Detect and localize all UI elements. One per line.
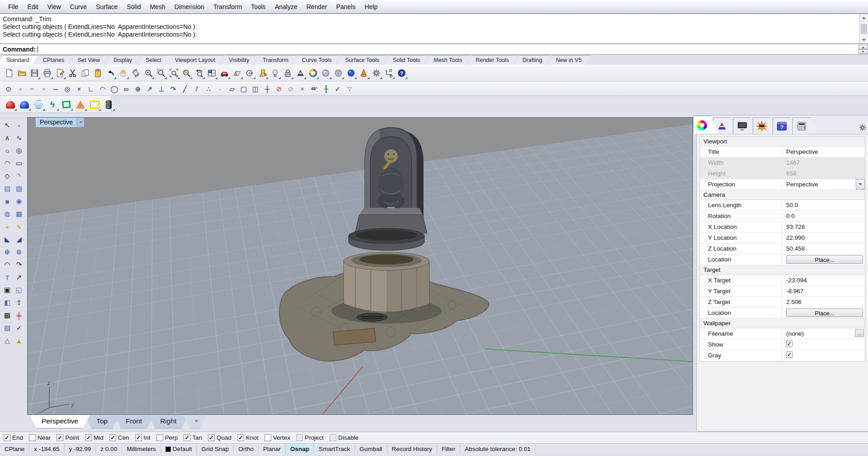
- status-segment[interactable]: SmartTrack: [314, 444, 355, 454]
- zoom-dynamic-button[interactable]: [142, 67, 155, 80]
- osnap-checkbox[interactable]: ✓: [237, 434, 244, 441]
- tab-calculator[interactable]: [793, 118, 818, 134]
- osnap-checkbox[interactable]: [296, 434, 303, 441]
- menu-item[interactable]: Help: [360, 1, 382, 12]
- join-tool[interactable]: ⊕: [1, 246, 13, 258]
- menu-item[interactable]: Render: [302, 1, 332, 12]
- prop-row-rotation[interactable]: Rotation 0.0: [700, 211, 865, 222]
- marked-line-tool[interactable]: ─: [50, 83, 61, 94]
- prop-row-z-target[interactable]: Z Target 2.506: [700, 297, 865, 308]
- surface-tool[interactable]: ▤: [1, 182, 13, 195]
- place-target-button[interactable]: Place...: [786, 309, 863, 317]
- toolbar-tab[interactable]: Select: [137, 55, 170, 65]
- viewport-layout-button[interactable]: [205, 67, 218, 80]
- hexagon-display-icon[interactable]: [32, 98, 45, 111]
- toolbar-tab[interactable]: Transform: [254, 55, 297, 65]
- redo-curve-tool[interactable]: ↷: [167, 83, 179, 94]
- osnap-checkbox[interactable]: ✓: [208, 434, 215, 441]
- two-point-tool[interactable]: ∴: [203, 83, 214, 94]
- menu-item[interactable]: Surface: [91, 1, 122, 12]
- paste-button[interactable]: [91, 67, 104, 80]
- curve-loop-tool[interactable]: ∞: [120, 83, 132, 94]
- polygon-tool[interactable]: ◇: [1, 170, 13, 182]
- place-camera-button[interactable]: Place...: [786, 255, 863, 264]
- osnap-toggle[interactable]: Near: [29, 434, 51, 441]
- adjust-curve-tool[interactable]: ◠: [1, 258, 13, 271]
- osnap-toggle[interactable]: ✓ End: [4, 434, 23, 441]
- rendered-viewport-button[interactable]: [344, 67, 357, 80]
- menu-item[interactable]: Curve: [66, 1, 91, 12]
- prop-row-y-target[interactable]: Y Target -8.967: [700, 286, 865, 297]
- toolbar-tab[interactable]: Surface Tools: [336, 55, 388, 65]
- perpendicular-tool[interactable]: ∟: [85, 83, 97, 94]
- object-properties-button[interactable]: [307, 67, 319, 80]
- ellipse-tool[interactable]: ◎: [13, 144, 25, 157]
- trim-tool[interactable]: ◣: [1, 233, 13, 246]
- menu-item[interactable]: Tools: [246, 1, 270, 12]
- status-segment[interactable]: CPlane: [0, 444, 29, 454]
- toolbar-tab[interactable]: Drafting: [514, 55, 552, 65]
- select-tool[interactable]: ↖: [1, 119, 13, 132]
- menu-item[interactable]: Mesh: [146, 1, 170, 12]
- menu-item[interactable]: Dimension: [170, 1, 209, 12]
- osnap-toggle[interactable]: ✓ Point: [57, 434, 79, 441]
- check-points-tool[interactable]: ✓: [332, 83, 344, 94]
- chevron-down-icon[interactable]: [77, 118, 84, 127]
- osnap-toggle[interactable]: Project: [296, 434, 324, 441]
- status-segment[interactable]: Millimeters: [122, 444, 161, 454]
- osnap-checkbox[interactable]: [264, 434, 271, 441]
- dimension-button[interactable]: [382, 67, 395, 80]
- mesh-tool[interactable]: ▦: [13, 208, 25, 220]
- extrude-straight-tool[interactable]: ⇧: [13, 296, 25, 309]
- torus-tool[interactable]: ◍: [1, 208, 13, 220]
- shaded-viewport-button[interactable]: [319, 67, 332, 80]
- red-dome-display-icon[interactable]: [4, 98, 17, 111]
- menu-item[interactable]: Transform: [209, 1, 246, 12]
- orient-tool[interactable]: ▲: [13, 334, 25, 347]
- plane-outline-tool[interactable]: ▱: [226, 83, 238, 94]
- save-button[interactable]: [28, 67, 41, 80]
- circle-tool[interactable]: ○: [1, 144, 13, 157]
- scrollbar-thumb[interactable]: [861, 24, 867, 34]
- status-segment[interactable]: Grid Snap: [197, 444, 234, 454]
- origin-axes-tool[interactable]: ⊥: [156, 83, 167, 94]
- menu-item[interactable]: Analyze: [270, 1, 302, 12]
- angle-45-tool[interactable]: 45°: [308, 83, 320, 94]
- osnap-checkbox[interactable]: [29, 434, 36, 441]
- command-input-spinners[interactable]: [859, 45, 868, 54]
- gray-checkbox[interactable]: ✓: [786, 352, 793, 358]
- scroll-down-icon[interactable]: [860, 36, 868, 43]
- patch-surface-tool[interactable]: ▨: [13, 182, 25, 195]
- box-wire-tool[interactable]: ▢: [238, 83, 250, 94]
- chevron-down-icon[interactable]: [856, 179, 865, 190]
- pan-view-button[interactable]: [117, 67, 129, 80]
- viewport-tab[interactable]: Right: [148, 415, 188, 428]
- move-tool[interactable]: ↗: [13, 271, 25, 284]
- curve-tool[interactable]: ∿: [13, 132, 25, 144]
- gumball-tool[interactable]: ┼: [261, 83, 273, 94]
- line-tool-a[interactable]: ╱: [179, 83, 191, 94]
- osnap-checkbox[interactable]: ✓: [135, 434, 142, 441]
- snap-hand-tool[interactable]: ∵: [344, 83, 355, 94]
- osnap-toggle[interactable]: ✓ Mid: [85, 434, 104, 441]
- rectangle-tool[interactable]: ▭: [13, 157, 25, 170]
- panel-gear-icon[interactable]: [859, 124, 866, 131]
- osnap-toggle[interactable]: ✓ Quad: [208, 434, 231, 441]
- options-button[interactable]: [370, 67, 382, 80]
- zoom-selected-button[interactable]: [180, 67, 193, 80]
- prop-row-x-target[interactable]: X Target -23.094: [700, 275, 865, 286]
- viewport-title-menu[interactable]: Perspective: [36, 118, 84, 127]
- selection-filter-button[interactable]: [256, 67, 269, 80]
- trim-edge-tool[interactable]: ╪: [13, 309, 25, 322]
- dot-point-tool[interactable]: ·: [214, 83, 226, 94]
- toolbar-tab[interactable]: Curve Tools: [293, 55, 341, 65]
- osnap-checkbox[interactable]: [330, 434, 336, 441]
- menu-item[interactable]: View: [43, 1, 66, 12]
- prop-row-x-location[interactable]: X Location 93.728: [700, 222, 865, 233]
- sphere-tool[interactable]: ◉: [13, 195, 25, 208]
- osnap-circle-button[interactable]: [243, 67, 256, 80]
- selection-rect-icon[interactable]: [88, 98, 101, 111]
- new-file-button[interactable]: [3, 67, 15, 80]
- menu-item[interactable]: Edit: [23, 1, 43, 12]
- osnap-checkbox[interactable]: ✓: [4, 434, 10, 441]
